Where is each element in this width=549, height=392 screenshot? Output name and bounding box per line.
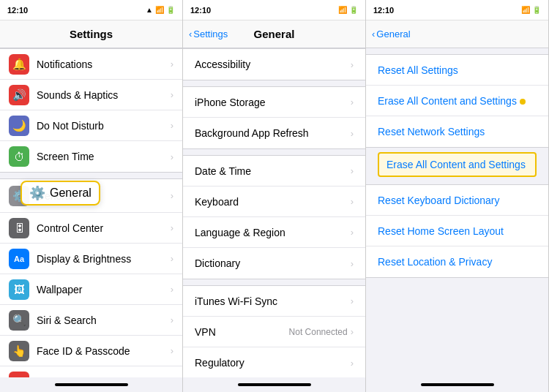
sos-icon: SOS <box>9 372 29 378</box>
settings-group-main: 🔔 Notifications › 🔊 Sounds & Haptics › 🌙… <box>0 48 182 173</box>
erase-highlight-container: Erase All Content and Settings <box>366 148 548 181</box>
time-1: 12:10 <box>7 6 28 15</box>
row-erase-all[interactable]: Erase All Content and Settings <box>366 86 548 116</box>
faceid-icon: 👆 <box>9 341 29 361</box>
vpn-value: Not Connected <box>289 327 348 337</box>
general-list: Accessibility › iPhone Storage › Backgro… <box>183 48 365 377</box>
erase-highlight-label: Erase All Content and Settings <box>386 159 526 170</box>
reset-options-list: Reset All Settings Erase All Content and… <box>366 48 548 377</box>
panel-footer-3 <box>366 377 548 392</box>
back-label-3: General <box>376 29 410 39</box>
general-callout-box: ⚙️ General <box>20 181 100 206</box>
label-reset-location: Reset Location & Privacy <box>378 256 537 268</box>
label-vpn: VPN <box>195 326 289 338</box>
controlcenter-icon: 🎛 <box>9 218 29 238</box>
general-group-storage: iPhone Storage › Background App Refresh … <box>183 86 365 149</box>
home-indicator-2 <box>238 383 311 386</box>
row-datetime[interactable]: Date & Time › <box>183 156 365 186</box>
row-label-wallpaper: Wallpaper <box>37 284 171 295</box>
status-bar-1: 12:10 ▲📶🔋 <box>0 0 182 20</box>
row-label-sos: Emergency SOS <box>37 376 171 378</box>
reset-group-2: Reset Keyboard Dictionary Reset Home Scr… <box>366 184 548 278</box>
row-display[interactable]: Aa Display & Brightness › <box>0 244 182 274</box>
row-controlcenter[interactable]: 🎛 Control Center › <box>0 213 182 244</box>
label-regulatory: Regulatory <box>195 357 351 369</box>
time-3: 12:10 <box>373 6 394 15</box>
panel-reset: 12:10 📶🔋 ▶ igiatech ‹ General Reset All … <box>366 0 549 392</box>
sounds-icon: 🔊 <box>9 85 29 105</box>
row-donotdisturb[interactable]: 🌙 Do Not Disturb › <box>0 110 182 141</box>
back-label-2: Settings <box>193 29 228 39</box>
home-indicator-3 <box>421 383 494 386</box>
row-bgrefresh[interactable]: Background App Refresh › <box>183 118 365 148</box>
status-icons-1: ▲📶🔋 <box>146 6 175 14</box>
row-reset-network[interactable]: Reset Network Settings <box>366 116 548 147</box>
status-bar-2: 12:10 📶🔋 <box>183 0 365 20</box>
row-accessibility[interactable]: Accessibility › <box>183 49 365 80</box>
back-chevron-3: ‹ <box>372 29 375 39</box>
label-dictionary: Dictionary <box>195 257 351 269</box>
label-iphonestorage: iPhone Storage <box>195 97 351 108</box>
back-btn-3[interactable]: ‹ General <box>372 29 411 39</box>
panel-footer-2 <box>183 377 365 392</box>
row-itunes-wifi[interactable]: iTunes Wi-Fi Sync › <box>183 286 365 317</box>
row-label-sounds: Sounds & Haptics <box>37 89 171 101</box>
time-2: 12:10 <box>190 6 211 15</box>
row-iphonestorage[interactable]: iPhone Storage › <box>183 87 365 118</box>
row-general[interactable]: ⚙️ General › ⚙️ General <box>0 179 182 213</box>
callout-general-label: General <box>50 186 92 200</box>
nav-title-1: Settings <box>70 28 113 40</box>
row-label-notifications: Notifications <box>37 59 171 70</box>
nav-bar-3: ‹ General <box>366 20 548 48</box>
siri-icon: 🔍 <box>9 310 29 331</box>
row-sounds[interactable]: 🔊 Sounds & Haptics › <box>0 80 182 110</box>
panel-settings: 12:10 ▲📶🔋 Settings 🔔 Notifications › 🔊 S… <box>0 0 183 392</box>
row-regulatory[interactable]: Regulatory › <box>183 347 365 377</box>
row-label-faceid: Face ID & Passcode <box>37 345 171 357</box>
row-language[interactable]: Language & Region › <box>183 217 365 248</box>
row-label-siri: Siri & Search <box>37 314 171 326</box>
nav-bar-2: ‹ Settings General <box>183 20 365 48</box>
row-notifications[interactable]: 🔔 Notifications › <box>0 49 182 80</box>
row-vpn[interactable]: VPN Not Connected › <box>183 317 365 347</box>
display-icon: Aa <box>9 249 29 269</box>
row-reset-all-settings[interactable]: Reset All Settings <box>366 55 548 86</box>
label-language: Language & Region <box>195 227 351 238</box>
erase-dot <box>520 99 526 105</box>
status-icons-2: 📶🔋 <box>338 6 358 14</box>
row-reset-keyboard[interactable]: Reset Keyboard Dictionary <box>366 185 548 216</box>
label-erase-all: Erase All Content and Settings <box>378 95 537 107</box>
label-reset-keyboard: Reset Keyboard Dictionary <box>378 195 537 206</box>
status-bar-3: 12:10 📶🔋 <box>366 0 548 20</box>
settings-group-general: ⚙️ General › ⚙️ General 🎛 Control Center… <box>0 178 182 377</box>
screentime-icon: ⏱ <box>9 146 29 167</box>
label-keyboard: Keyboard <box>195 196 351 208</box>
dnd-icon: 🌙 <box>9 116 29 136</box>
row-faceid[interactable]: 👆 Face ID & Passcode › <box>0 336 182 366</box>
settings-list: 🔔 Notifications › 🔊 Sounds & Haptics › 🌙… <box>0 48 182 377</box>
row-reset-location[interactable]: Reset Location & Privacy <box>366 246 548 277</box>
back-btn-2[interactable]: ‹ Settings <box>189 29 228 39</box>
label-itunes-wifi: iTunes Wi-Fi Sync <box>195 295 351 307</box>
label-reset-all-settings: Reset All Settings <box>378 64 537 76</box>
reset-group: Reset All Settings Erase All Content and… <box>366 54 548 148</box>
row-keyboard[interactable]: Keyboard › <box>183 186 365 217</box>
label-bgrefresh: Background App Refresh <box>195 127 351 139</box>
row-reset-homescreen[interactable]: Reset Home Screen Layout <box>366 216 548 246</box>
wallpaper-icon: 🖼 <box>9 279 29 300</box>
row-label-controlcenter: Control Center <box>37 222 171 234</box>
label-datetime: Date & Time <box>195 165 351 177</box>
nav-bar-1: Settings <box>0 20 182 48</box>
row-siri[interactable]: 🔍 Siri & Search › <box>0 305 182 336</box>
home-indicator-1 <box>55 383 128 386</box>
row-label-dnd: Do Not Disturb <box>37 120 171 132</box>
nav-title-2: General <box>254 28 295 40</box>
row-dictionary[interactable]: Dictionary › <box>183 248 365 279</box>
row-wallpaper[interactable]: 🖼 Wallpaper › <box>0 274 182 305</box>
label-reset-network: Reset Network Settings <box>378 126 537 137</box>
row-screentime[interactable]: ⏱ Screen Time › <box>0 141 182 172</box>
general-group-network: iTunes Wi-Fi Sync › VPN Not Connected › … <box>183 285 365 377</box>
panel-footer-1 <box>0 377 182 392</box>
erase-highlight-box: Erase All Content and Settings <box>378 152 537 177</box>
row-sos[interactable]: SOS Emergency SOS › <box>0 366 182 377</box>
